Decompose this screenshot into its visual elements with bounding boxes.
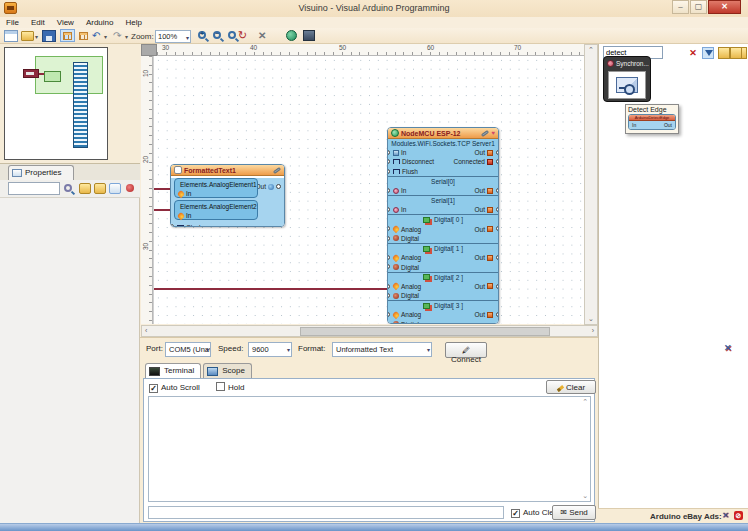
zoom-select[interactable]: 100%▾ xyxy=(155,30,191,43)
properties-expand-icon[interactable] xyxy=(94,183,106,194)
pin-connector[interactable] xyxy=(496,188,499,193)
open-project-icon[interactable] xyxy=(21,31,34,41)
analog-element-2-in-pin[interactable]: In xyxy=(178,211,254,220)
properties-category-icon[interactable] xyxy=(79,183,91,194)
analog-element-1[interactable]: Elements.AnalogElement1 In xyxy=(174,178,258,198)
menu-arduino[interactable]: Arduino xyxy=(80,17,120,28)
mcu-pin-row[interactable]: AnalogOut xyxy=(388,310,498,319)
detect-edge-thumbnail[interactable] xyxy=(608,71,646,99)
mcu-pin-row[interactable]: Flush xyxy=(388,167,498,176)
pin-connector[interactable] xyxy=(387,293,390,298)
maximize-button[interactable]: ▢ xyxy=(690,0,707,14)
block-formattedtext1[interactable]: FormattedText1 Out Elements.AnalogElemen… xyxy=(170,164,285,227)
formattedtext1-header[interactable]: FormattedText1 xyxy=(171,165,284,176)
block-nodemcu[interactable]: NodeMCU ESP-12 ♥ Modules.WiFi.Sockets.TC… xyxy=(387,127,499,324)
pin-connector[interactable] xyxy=(387,188,390,193)
menu-help[interactable]: Help xyxy=(119,17,147,28)
pin-connector[interactable] xyxy=(387,226,390,231)
web-icon[interactable] xyxy=(286,30,297,41)
tab-properties[interactable]: Properties xyxy=(8,165,74,181)
mcu-pin-row[interactable]: AnalogOut xyxy=(388,224,498,233)
zoom-in-icon[interactable]: + xyxy=(198,31,206,39)
terminal-scroll-up-icon[interactable]: ⌃ xyxy=(582,398,588,406)
pin-connector[interactable] xyxy=(387,284,390,289)
ads-block-icon[interactable]: ⊘ xyxy=(734,511,743,520)
nodemcu-header[interactable]: NodeMCU ESP-12 ♥ xyxy=(388,128,498,139)
send-button[interactable]: ✉ Send xyxy=(552,505,596,520)
ads-settings-icon[interactable]: ✕ xyxy=(722,511,729,520)
delete-icon[interactable]: ✕ xyxy=(258,30,272,42)
pin-connector[interactable] xyxy=(387,207,390,212)
zoom-out-icon[interactable]: − xyxy=(213,31,221,39)
properties-list-icon[interactable] xyxy=(109,183,121,194)
speed-select[interactable]: 9600▾ xyxy=(248,342,292,357)
mcu-pin-row[interactable]: AnalogOut xyxy=(388,253,498,262)
menu-view[interactable]: View xyxy=(51,17,80,28)
view-toggle-left-icon[interactable] xyxy=(60,29,75,42)
wrench-icon[interactable] xyxy=(273,166,281,173)
send-input[interactable] xyxy=(148,506,504,519)
mcu-pin-row[interactable]: InOut xyxy=(388,205,498,214)
format-select[interactable]: Unformatted Text▾ xyxy=(332,342,432,357)
formattedtext1-out-pin[interactable]: Out xyxy=(256,183,281,190)
tab-scope[interactable]: Scope xyxy=(203,363,252,378)
undo-dropdown-arrow-icon[interactable]: ▾ xyxy=(104,33,107,40)
properties-pin-icon[interactable] xyxy=(126,184,134,192)
properties-search-input[interactable] xyxy=(8,182,60,195)
new-project-icon[interactable] xyxy=(4,30,18,42)
tab-terminal[interactable]: Terminal xyxy=(145,363,201,378)
zoom-reset-icon[interactable] xyxy=(228,31,236,39)
wrench-icon[interactable] xyxy=(481,129,489,136)
pin-connector[interactable] xyxy=(496,150,499,155)
scroll-right-icon[interactable]: › xyxy=(592,327,594,334)
mcu-pin-row[interactable]: Digital xyxy=(388,320,498,324)
new-category-icon[interactable] xyxy=(718,47,730,59)
clear-button[interactable]: Clear xyxy=(546,380,596,394)
open-dropdown-arrow-icon[interactable]: ▾ xyxy=(35,33,38,40)
favorite-icon[interactable]: ♥ xyxy=(491,130,495,136)
pin-connector[interactable] xyxy=(387,264,390,269)
pin-connector[interactable] xyxy=(387,255,390,260)
mcu-pin-row[interactable]: InOut xyxy=(388,186,498,195)
collapse-categories-icon[interactable] xyxy=(741,47,747,59)
snapshot-icon[interactable] xyxy=(303,30,315,41)
filter-icon[interactable] xyxy=(702,47,714,59)
analog-element-2[interactable]: Elements.AnalogElement2 In xyxy=(174,200,258,220)
pin-connector[interactable] xyxy=(496,226,499,231)
clock-pin[interactable]: Clock xyxy=(171,222,284,227)
pin-connector[interactable] xyxy=(496,207,499,212)
horizontal-scroll-thumb[interactable] xyxy=(300,327,550,336)
port-select[interactable]: COM5 (Unava▾ xyxy=(165,342,211,357)
menu-file[interactable]: File xyxy=(0,17,25,28)
analog-element-1-in-pin[interactable]: In xyxy=(178,189,254,198)
wire-digital2[interactable] xyxy=(154,288,388,290)
minimize-button[interactable]: – xyxy=(672,0,689,14)
pin-connector[interactable] xyxy=(496,312,499,317)
save-icon[interactable] xyxy=(42,30,56,42)
terminal-output[interactable]: ⌃ ⌄ xyxy=(148,396,591,502)
scroll-down-icon[interactable]: ⌄ xyxy=(588,315,594,323)
clear-search-icon[interactable]: ✕ xyxy=(687,47,699,59)
hold-checkbox[interactable]: Hold xyxy=(216,383,244,392)
properties-filter-icon[interactable] xyxy=(64,184,76,195)
pin-connector[interactable] xyxy=(387,312,390,317)
view-toggle-grid-icon[interactable] xyxy=(76,29,91,42)
mcu-pin-row[interactable]: Digital xyxy=(388,234,498,243)
scroll-left-icon[interactable]: ‹ xyxy=(145,327,147,334)
mcu-pin-row[interactable]: Digital xyxy=(388,291,498,300)
mcu-pin-row[interactable]: InOut xyxy=(388,148,498,157)
menu-edit[interactable]: Edit xyxy=(25,17,51,28)
canvas-horizontal-scrollbar[interactable]: ‹ › xyxy=(141,325,598,337)
minimap[interactable] xyxy=(4,47,108,160)
pin-connector[interactable] xyxy=(496,284,499,289)
redo-dropdown-arrow-icon[interactable]: ▾ xyxy=(125,33,128,40)
mcu-pin-row[interactable]: AnalogOut xyxy=(388,282,498,291)
connect-button[interactable]: 🖉 Connect xyxy=(445,342,487,358)
auto-scroll-checkbox[interactable]: ✓Auto Scroll xyxy=(149,383,200,392)
pin-connector[interactable] xyxy=(387,150,390,155)
mcu-pin-row[interactable]: DisconnectConnected xyxy=(388,157,498,166)
pin-connector[interactable] xyxy=(276,184,281,189)
pin-connector[interactable] xyxy=(496,159,499,164)
refresh-icon[interactable]: ↻ xyxy=(238,29,252,41)
pin-connector[interactable] xyxy=(496,255,499,260)
